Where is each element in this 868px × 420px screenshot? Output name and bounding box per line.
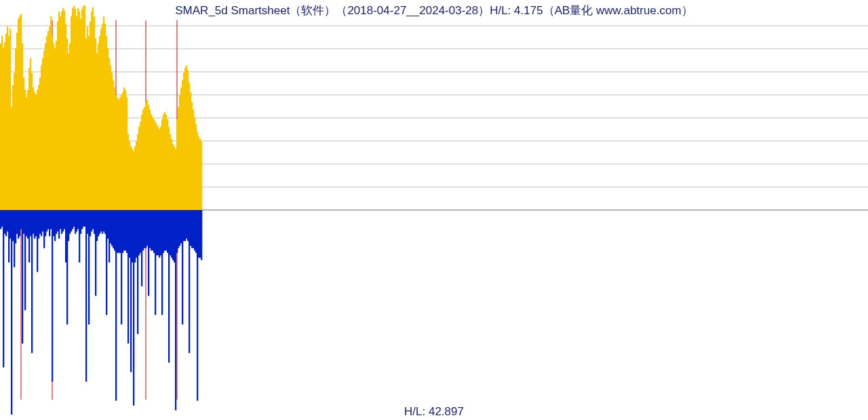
svg-rect-32: [24, 90, 26, 210]
svg-rect-190: [37, 210, 38, 272]
svg-rect-245: [111, 210, 113, 246]
svg-rect-274: [151, 210, 152, 251]
svg-rect-37: [31, 72, 33, 210]
svg-rect-77: [85, 39, 87, 210]
svg-rect-267: [141, 210, 142, 287]
svg-rect-272: [148, 210, 149, 296]
svg-rect-35: [28, 68, 30, 210]
svg-rect-61: [64, 11, 65, 210]
svg-rect-154: [190, 92, 191, 210]
svg-rect-63: [66, 39, 68, 210]
svg-rect-283: [163, 210, 164, 253]
svg-rect-95: [110, 66, 111, 210]
svg-rect-282: [161, 210, 163, 315]
svg-rect-182: [26, 210, 27, 236]
svg-rect-152: [187, 70, 189, 210]
svg-rect-64: [68, 54, 69, 210]
svg-rect-164: [1, 210, 3, 227]
svg-rect-114: [136, 142, 137, 210]
svg-rect-171: [11, 210, 12, 415]
svg-rect-38: [33, 87, 34, 210]
svg-rect-125: [151, 114, 152, 210]
svg-rect-107: [126, 98, 127, 210]
svg-rect-285: [165, 210, 167, 251]
svg-rect-217: [73, 210, 75, 227]
svg-rect-76: [84, 5, 85, 210]
svg-rect-73: [80, 19, 81, 210]
svg-rect-219: [76, 210, 77, 232]
svg-rect-88: [100, 28, 102, 210]
svg-rect-100: [117, 98, 118, 210]
svg-rect-83: [94, 16, 95, 210]
svg-rect-242: [107, 210, 108, 238]
lower-series: [0, 210, 202, 415]
svg-rect-20: [8, 36, 9, 210]
svg-rect-181: [24, 210, 26, 310]
svg-rect-115: [137, 134, 138, 210]
svg-rect-173: [14, 210, 15, 267]
svg-rect-243: [108, 210, 110, 262]
svg-rect-157: [194, 117, 195, 210]
svg-rect-174: [15, 210, 16, 243]
svg-rect-30: [22, 43, 23, 210]
svg-rect-169: [8, 210, 9, 262]
svg-rect-116: [138, 127, 140, 210]
svg-rect-131: [159, 129, 160, 210]
svg-rect-271: [146, 210, 148, 246]
svg-rect-296: [180, 210, 182, 243]
svg-rect-148: [182, 80, 183, 210]
svg-rect-298: [183, 210, 184, 241]
svg-rect-53: [53, 43, 54, 210]
svg-rect-220: [77, 210, 79, 229]
svg-rect-133: [161, 119, 163, 210]
svg-rect-167: [5, 210, 7, 236]
svg-rect-210: [64, 210, 65, 229]
svg-rect-89: [102, 24, 103, 210]
svg-rect-249: [117, 210, 118, 253]
svg-rect-158: [195, 124, 197, 210]
svg-rect-92: [106, 36, 107, 210]
svg-rect-261: [133, 210, 134, 406]
svg-rect-68: [73, 5, 75, 210]
svg-rect-40: [35, 95, 37, 210]
svg-rect-80: [90, 22, 91, 210]
svg-rect-31: [23, 78, 24, 210]
svg-rect-121: [145, 102, 146, 210]
svg-rect-270: [145, 210, 146, 248]
svg-rect-59: [61, 12, 62, 210]
svg-rect-124: [149, 110, 151, 210]
svg-rect-22: [11, 107, 12, 210]
svg-rect-17: [4, 43, 5, 210]
svg-rect-147: [180, 87, 182, 210]
svg-rect-278: [156, 210, 157, 255]
svg-rect-155: [191, 102, 193, 210]
svg-rect-218: [75, 210, 76, 234]
svg-rect-106: [125, 90, 126, 210]
svg-rect-213: [68, 210, 69, 241]
svg-rect-286: [167, 210, 168, 253]
svg-rect-136: [165, 114, 167, 210]
svg-rect-71: [77, 8, 79, 210]
svg-rect-237: [100, 210, 102, 232]
svg-rect-244: [110, 210, 111, 243]
svg-rect-67: [72, 8, 73, 210]
svg-rect-108: [127, 134, 129, 210]
svg-rect-143: [175, 149, 176, 210]
svg-rect-202: [53, 210, 54, 236]
svg-rect-57: [58, 12, 60, 210]
svg-rect-103: [121, 95, 122, 210]
svg-rect-118: [141, 114, 142, 210]
svg-rect-19: [7, 26, 8, 210]
svg-rect-299: [184, 210, 186, 241]
svg-rect-266: [140, 210, 141, 253]
svg-rect-81: [91, 12, 92, 210]
svg-rect-277: [155, 210, 156, 315]
svg-rect-306: [194, 210, 195, 251]
svg-rect-139: [170, 134, 171, 210]
svg-rect-311: [201, 210, 202, 260]
svg-rect-186: [31, 210, 33, 353]
svg-rect-87: [99, 36, 100, 210]
svg-rect-162: [201, 142, 202, 210]
svg-rect-289: [171, 210, 172, 257]
svg-rect-170: [9, 210, 11, 238]
